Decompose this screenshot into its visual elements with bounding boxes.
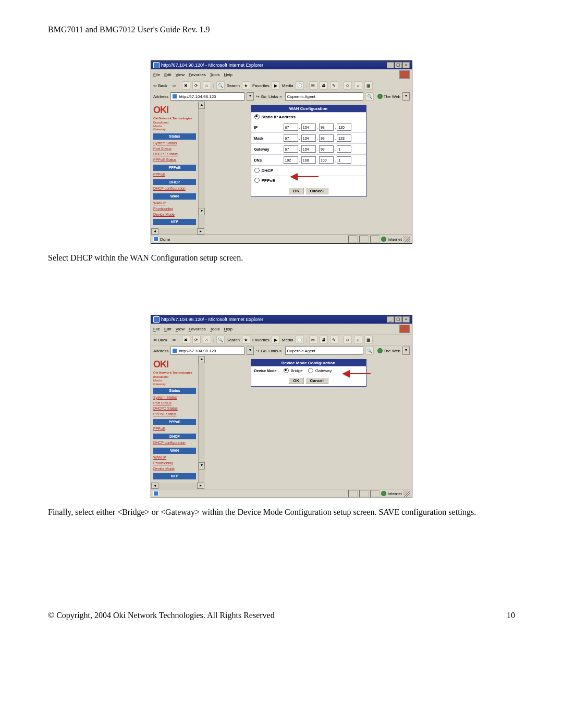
resize-grip[interactable] <box>403 236 410 242</box>
resize-grip[interactable] <box>403 490 410 497</box>
cancel-button[interactable]: Cancel <box>305 377 328 384</box>
menu-help[interactable]: Help <box>224 327 232 331</box>
links-label[interactable]: Links » <box>268 94 282 99</box>
maximize-button[interactable]: ▢ <box>395 316 402 323</box>
nav-pppoe[interactable]: PPPoE <box>153 172 196 177</box>
menu-file[interactable]: File <box>153 327 160 331</box>
forward-button[interactable]: ⇨ <box>173 338 176 342</box>
menu-favorites[interactable]: Favorites <box>189 327 206 331</box>
menu-file[interactable]: File <box>153 72 160 77</box>
nav-dhcpc-status[interactable]: DHCPC Status <box>153 406 196 411</box>
ip-oct4[interactable]: 120 <box>337 124 351 131</box>
mail-icon[interactable]: ✉ <box>309 336 317 344</box>
nav-provisioning[interactable]: Provisioning <box>153 206 196 212</box>
nav-port-status[interactable]: Port Status <box>153 401 196 406</box>
discuss-icon[interactable]: ☺ <box>344 336 352 344</box>
nav-port-status[interactable]: Port Status <box>153 146 196 152</box>
close-button[interactable]: × <box>402 62 410 68</box>
dns-oct2[interactable]: 168 <box>301 156 316 164</box>
radio-dhcp[interactable]: DHCP <box>254 168 274 173</box>
refresh-icon[interactable]: ⟳ <box>192 81 201 90</box>
menu-view[interactable]: View <box>176 327 185 331</box>
address-input[interactable]: http://67.104.98.120 <box>170 92 244 101</box>
extra-icon[interactable]: ☼ <box>354 336 362 344</box>
ok-button[interactable]: OK <box>288 188 304 194</box>
copernic-go-icon[interactable]: 🔍 <box>365 347 374 355</box>
nav-system-status[interactable]: System Status <box>153 141 196 146</box>
media-label[interactable]: Media <box>282 338 293 342</box>
history-icon[interactable]: 🕘 <box>296 81 304 90</box>
nav-provisioning[interactable]: Provisioning <box>153 461 196 466</box>
discuss-icon[interactable]: ☺ <box>344 81 352 90</box>
mask-oct1[interactable]: 67 <box>284 134 298 142</box>
the-web-dd[interactable]: ▾ <box>402 347 410 355</box>
menu-tools[interactable]: Tools <box>210 72 220 77</box>
sidebar-vscroll[interactable]: ▴▾ <box>198 102 205 228</box>
favorites-icon[interactable]: ★ <box>242 336 250 344</box>
nav-device-mode[interactable]: Device Mode <box>153 212 196 217</box>
address-dropdown[interactable]: ▾ <box>247 92 254 101</box>
menu-help[interactable]: Help <box>224 72 232 77</box>
ip-oct2[interactable]: 104 <box>301 124 316 131</box>
copernic-input[interactable]: Copernic Agent <box>285 347 363 355</box>
radio-bridge[interactable]: Bridge <box>284 368 303 373</box>
gw-oct3[interactable]: 98 <box>319 145 334 153</box>
edit-icon[interactable]: ✎ <box>330 336 338 344</box>
mask-oct4[interactable]: 128 <box>337 134 351 142</box>
ip-oct1[interactable]: 67 <box>284 124 298 131</box>
edit-icon[interactable]: ✎ <box>330 81 338 90</box>
search-icon[interactable]: 🔍 <box>216 81 225 90</box>
sidebar-hscroll[interactable]: ◂▸ <box>151 483 204 489</box>
extra-icon[interactable]: ☼ <box>354 81 362 90</box>
nav-dhcpc-status[interactable]: DHCPC Status <box>153 152 196 157</box>
the-web-dd[interactable]: ▾ <box>402 92 410 101</box>
gw-oct4[interactable]: 1 <box>337 145 351 153</box>
favorites-label[interactable]: Favorites <box>252 338 270 342</box>
radio-gateway[interactable]: Gateway <box>308 368 332 373</box>
menu-view[interactable]: View <box>176 72 185 77</box>
back-button[interactable]: ⇦ Back <box>153 338 167 342</box>
copernic-go-icon[interactable]: 🔍 <box>365 92 374 101</box>
favorites-icon[interactable]: ★ <box>242 81 250 90</box>
the-web-dropdown[interactable]: The Web <box>377 348 400 353</box>
history-icon[interactable]: 🕘 <box>296 336 304 344</box>
menu-favorites[interactable]: Favorites <box>189 72 206 77</box>
media-icon[interactable]: ▶ <box>272 81 280 90</box>
address-input[interactable]: http://67.104.98.120 <box>170 347 244 355</box>
nav-pppoe-status[interactable]: PPPoE Status <box>153 412 196 417</box>
search-label[interactable]: Search <box>227 338 240 342</box>
the-web-dropdown[interactable]: The Web <box>377 94 400 99</box>
favorites-label[interactable]: Favorites <box>252 83 270 88</box>
search-icon[interactable]: 🔍 <box>216 336 225 344</box>
nav-pppoe-status[interactable]: PPPoE Status <box>153 157 196 163</box>
nav-pppoe[interactable]: PPPoE <box>153 426 196 431</box>
mask-oct2[interactable]: 104 <box>301 134 316 142</box>
gw-oct2[interactable]: 104 <box>301 145 316 153</box>
extra2-icon[interactable]: ▦ <box>364 336 373 344</box>
radio-static-ip[interactable]: Static IP Address <box>254 114 296 119</box>
sidebar-vscroll[interactable]: ▴▾ <box>198 356 205 483</box>
gw-oct1[interactable]: 67 <box>284 145 298 153</box>
links-label[interactable]: Links » <box>268 349 282 353</box>
nav-dhcp-config[interactable]: DHCP configuration <box>153 186 196 191</box>
home-icon[interactable]: ⌂ <box>203 81 211 90</box>
minimize-button[interactable]: _ <box>387 62 394 68</box>
address-dropdown[interactable]: ▾ <box>247 347 254 355</box>
back-button[interactable]: ⇦ Back <box>153 83 167 88</box>
radio-pppoe[interactable]: PPPoE <box>254 178 275 183</box>
go-button[interactable]: ↪Go <box>256 349 266 353</box>
dns-oct4[interactable]: 1 <box>337 156 351 164</box>
forward-button[interactable]: ⇨ <box>173 83 176 88</box>
cancel-button[interactable]: Cancel <box>305 188 328 194</box>
nav-wan-ip[interactable]: WAN IP <box>153 455 196 460</box>
go-button[interactable]: ↪Go <box>256 94 266 99</box>
nav-system-status[interactable]: System Status <box>153 395 196 400</box>
close-button[interactable]: × <box>402 316 410 323</box>
menu-edit[interactable]: Edit <box>164 72 172 77</box>
mask-oct3[interactable]: 98 <box>319 134 334 142</box>
extra2-icon[interactable]: ▦ <box>364 81 373 90</box>
print-icon[interactable]: 🖶 <box>320 81 328 90</box>
print-icon[interactable]: 🖶 <box>320 336 328 344</box>
nav-wan-ip[interactable]: WAN IP <box>153 201 196 206</box>
ip-oct3[interactable]: 98 <box>319 124 334 131</box>
